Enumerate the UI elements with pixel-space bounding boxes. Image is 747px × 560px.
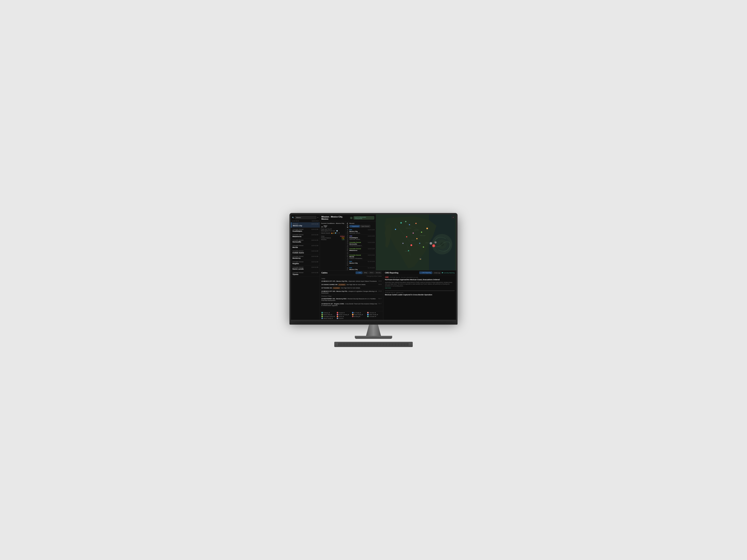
svg-text:🔒: 🔒 — [420, 259, 421, 260]
map-section[interactable]: 4 2 3 COAHUILA CHIHUAHUA TAMAULIPAS JALI… — [376, 214, 456, 270]
sidebar-item-type: Consulate General — [292, 229, 303, 230]
legend-count: 4 — [376, 316, 376, 317]
sidebar-item-merida[interactable]: Consulate General 11/14 12:28 Merida — [291, 244, 320, 249]
search-input[interactable] — [295, 216, 316, 219]
recent-item[interactable]: CMS 11/14 12:28 Guadalajara Diplomatic v… — [350, 235, 375, 241]
sidebar-item-type: Consulate General — [292, 256, 303, 257]
cable-item[interactable]: 23 MONTERREY 202 - Monterrey RSO - Revis… — [320, 297, 383, 302]
cms-article-1-time: 10:42 AM, Nov 11 — [390, 277, 400, 278]
sidebar-item-matamoros[interactable]: Consulate General 11/14 12:28 Matamoros — [291, 233, 320, 239]
conditions-title: Current Conditions - Mexico City — [321, 222, 344, 224]
cable-time: 09:02 — [378, 284, 382, 285]
svg-text:JALISCO: JALISCO — [411, 240, 415, 241]
legend-count: 4 — [343, 316, 344, 317]
cms-read-more[interactable]: read more — [385, 287, 455, 289]
cables-panel: Cables ✓ EAC Sifiap SHLH Security — [320, 270, 383, 320]
svg-text:TAMAULIPAS: TAMAULIPAS — [420, 235, 426, 236]
legend-count: 4 — [331, 314, 332, 315]
cable-item[interactable]: 23 CIUDAD JUAREZ 350 CLASSNET See High S… — [320, 283, 383, 286]
sidebar-item-type: Consulate General — [292, 261, 303, 263]
crime-level: Critical — [340, 236, 344, 237]
sidebar-item-date: 11/14 12:28 — [311, 229, 318, 230]
sidebar-item-name: Nuevo Laredo — [292, 268, 304, 270]
sidebar-item-type: Consulate General — [292, 272, 303, 273]
tab-open-source[interactable]: Open Source — [360, 225, 370, 228]
sidebar-item-type: Embassy — [293, 223, 298, 224]
legend-item: Consulate 4 — [367, 316, 382, 317]
recent-location: Hermosillo — [350, 243, 375, 245]
legend-count: 4 — [362, 314, 363, 315]
f77-panel: F-77 Mexico Total: 374 Total Potential E… — [346, 221, 348, 270]
cables-tab-sifiap[interactable]: Sifiap — [363, 271, 368, 274]
legend-count: 4 — [359, 316, 360, 317]
cables-today-container: 23 MEXICO CITY 479 - Mexico City POL - D… — [320, 279, 383, 295]
cms-article-2-title: Mexican Cartel Leader Captured in Cross-… — [385, 294, 455, 296]
svg-point-16 — [395, 229, 396, 230]
legend-item: Border Crossing 4 — [337, 314, 351, 315]
cms-tabs: ✓ CMS Reporting Crisis Log Currently Wat… — [419, 271, 455, 274]
sidebar-item-ciudad-juarez[interactable]: Consulate General 11/14 12:28 Ciudad Jua… — [291, 249, 320, 255]
sidebar-item-nogales[interactable]: Consulate General 11/14 12:28 Nogales — [291, 260, 320, 266]
dropdown-icon[interactable]: ▼ — [317, 217, 318, 218]
legend-count: 4 — [344, 312, 344, 313]
sidebar-item-date: 11/14 12:28 — [311, 250, 318, 251]
sidebar-time: 11:14 10:14 11/14 14:14 — [291, 220, 320, 222]
recent-item[interactable]: Consulate General 11/14 12:28 Hermosillo… — [350, 241, 375, 247]
recent-item[interactable]: EAC 11-14 12:28 Mexico City ... — [350, 266, 375, 270]
mission-header: Mission - Mexico City, Mexico | Level 3:… — [320, 214, 376, 221]
map-container[interactable]: 4 2 3 COAHUILA CHIHUAHUA TAMAULIPAS JALI… — [376, 214, 456, 270]
sidebar-item-hermosillo[interactable]: Consulate General 11/14 12:28 Hermosillo — [291, 239, 320, 244]
recent-item[interactable]: EAC 11/14 12:28 Mexico City Diplomatic v… — [350, 228, 375, 235]
main-content: Mission - Mexico City, Mexico | Level 3:… — [320, 214, 456, 320]
sidebar-item-guadalajara[interactable]: Consulate General 11/14 12:28 Guadalajar… — [291, 228, 320, 233]
mission-level-badge: Level 3: Reconsider Travel(10/05) — [354, 216, 374, 219]
recent-item[interactable]: Consulate General 11/14 12:28 Merida Ana… — [350, 254, 375, 260]
sidebar-search: 🔍 ▼ — [291, 214, 320, 220]
recent-org: EAC — [350, 267, 352, 268]
cable-item[interactable]: 23 MEXICO CITY 320 - Mexico City POL - A… — [320, 290, 383, 295]
recent-date: 11/14 12:28 — [368, 235, 375, 237]
cms-tab-reporting[interactable]: ✓ CMS Reporting — [419, 271, 432, 274]
sidebar-item-monterrey[interactable]: Consulate General 11/14 12:28 Monterrey — [291, 255, 320, 260]
cms-divider — [385, 290, 455, 291]
svg-point-17 — [426, 228, 428, 229]
legend-dot — [321, 312, 323, 313]
recent-location: Mexico City — [350, 231, 375, 232]
recent-item[interactable]: Consulate General 11/14 12:28 Matamoros … — [350, 247, 375, 254]
cms-article-1-body: Authorities have ordered evacuations alo… — [385, 282, 455, 287]
recent-item[interactable]: EAC 11-14 12:28 Mexico City ... — [350, 260, 375, 266]
sidebar-item-tijuana[interactable]: Consulate General 11/14 12:28 Tijuana — [291, 271, 320, 276]
terrorism-level: Low — [342, 239, 344, 240]
terrorism-row: Terrorism Low — [321, 239, 344, 240]
app-container: 🔍 ▼ 11:14 10:14 11/14 14:14 Embassy 11/1… — [291, 214, 456, 320]
recent-location: Matamoros — [350, 249, 375, 251]
cable-item[interactable]: 23 NOGAI FS 187 - Nogales CONS - Cross-B… — [320, 302, 383, 307]
legend-item: Air Facility 4 — [352, 312, 367, 313]
legend-count: 4 — [375, 312, 376, 313]
cable-time: Nov 7 — [378, 303, 382, 304]
legend-dot — [337, 318, 338, 319]
map-layers-btn[interactable]: ≡ — [452, 216, 455, 219]
map-svg: 4 2 3 COAHUILA CHIHUAHUA TAMAULIPAS JALI… — [376, 214, 456, 270]
cms-watching: Currently Watching — [442, 272, 455, 273]
recent-org: EAC — [350, 261, 352, 262]
sidebar-item-name: Hermosillo — [292, 241, 301, 243]
time-utc: 11/14 14:14 — [312, 220, 318, 221]
cable-time: Nov 7 — [378, 298, 382, 299]
sidebar-item-nuevo-laredo[interactable]: Consulate General 11/14 12:28 Nuevo Lare… — [291, 266, 320, 271]
legend-panel: Embassy 4 Hospital 4 Air Facility 4 Terr… — [320, 311, 383, 320]
legend-dot — [352, 316, 354, 317]
cable-item[interactable]: 23 MEXICO CITY 479 - Mexico City POL - D… — [320, 279, 383, 283]
svg-point-18 — [421, 232, 422, 233]
legend-item: Bombing 4 — [352, 316, 367, 317]
cables-tab-shlh[interactable]: SHLH — [369, 271, 375, 274]
tab-department[interactable]: ✓ Department — [350, 225, 360, 228]
legend-item: Consulate General 4 — [321, 316, 336, 317]
cables-tab-security[interactable]: Security — [375, 271, 382, 274]
cms-tab-crisis-log[interactable]: Crisis Log — [433, 272, 441, 274]
cable-item[interactable]: 23 TIJUANA 321 CLASSNET See High Side fo… — [320, 286, 383, 290]
recent-org: Consulate General — [350, 248, 361, 249]
recent-date: 11/14 12:28 — [368, 248, 375, 249]
sidebar-item-mexico-city[interactable]: Embassy 11/14 12:28 Mexico City — [291, 222, 320, 228]
cables-tab-eac[interactable]: ✓ EAC — [356, 271, 362, 274]
